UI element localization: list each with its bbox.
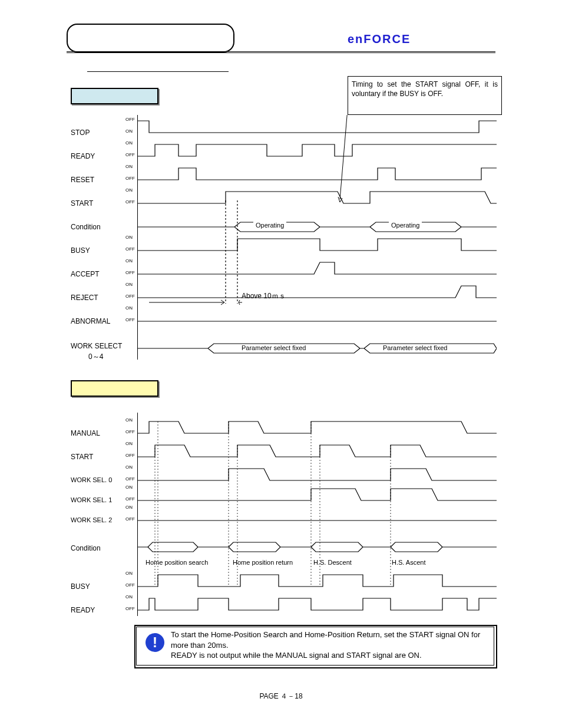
off: OFF bbox=[125, 246, 135, 252]
on: ON bbox=[125, 258, 133, 263]
off: OFF bbox=[125, 152, 135, 157]
on: ON bbox=[125, 571, 133, 576]
on: ON bbox=[125, 129, 133, 134]
on: ON bbox=[125, 140, 133, 146]
operating-2: Operating bbox=[389, 222, 422, 229]
on: ON bbox=[125, 465, 133, 470]
mc3: H.S. Descent bbox=[313, 559, 352, 566]
header-rule bbox=[67, 51, 495, 53]
m-start: START bbox=[71, 453, 93, 461]
param-fixed-1: Parameter select fixed bbox=[242, 344, 306, 351]
brand-logo: enFORCE bbox=[348, 32, 411, 46]
m-ws0: WORK SEL. 0 bbox=[71, 476, 112, 483]
off: OFF bbox=[125, 270, 135, 275]
m-ws2: WORK SEL. 2 bbox=[71, 516, 112, 523]
chart1-svg bbox=[137, 115, 497, 363]
on: ON bbox=[125, 505, 133, 510]
label-worksel-sub: 0～4 bbox=[88, 352, 103, 362]
on: ON bbox=[125, 441, 133, 446]
m-manual: MANUAL bbox=[71, 429, 100, 437]
label-reject: REJECT bbox=[71, 294, 98, 302]
label-stop: STOP bbox=[71, 129, 90, 137]
mc2: Home position return bbox=[233, 559, 293, 566]
on: ON bbox=[125, 485, 133, 490]
on: ON bbox=[125, 417, 133, 423]
header-box bbox=[67, 24, 234, 52]
label-ready: READY bbox=[71, 152, 95, 160]
off: OFF bbox=[125, 476, 135, 482]
on: ON bbox=[125, 282, 133, 287]
section-underline bbox=[87, 71, 229, 72]
on: ON bbox=[125, 305, 133, 311]
label-accept: ACCEPT bbox=[71, 270, 100, 278]
m-cond: Condition bbox=[71, 544, 101, 552]
auto-mode-box bbox=[71, 88, 158, 104]
note-line1: To start the Home-Position Search and Ho… bbox=[171, 630, 480, 650]
chart2-svg bbox=[137, 413, 497, 619]
page-footer: PAGE ４－18 bbox=[0, 691, 562, 701]
operating-1: Operating bbox=[253, 222, 286, 229]
warning-icon: ! bbox=[146, 633, 164, 652]
mc1: Home position search bbox=[146, 559, 208, 566]
label-worksel: WORK SELECT bbox=[71, 342, 122, 350]
m-ws1: WORK SEL. 1 bbox=[71, 496, 112, 503]
param-fixed-2: Parameter select fixed bbox=[383, 344, 447, 351]
m-ready: READY bbox=[71, 606, 95, 614]
mc4: H.S. Ascent bbox=[392, 559, 425, 566]
label-reset: RESET bbox=[71, 176, 94, 184]
on: ON bbox=[125, 594, 133, 599]
label-abnormal: ABNORMAL bbox=[71, 317, 110, 325]
off: OFF bbox=[125, 516, 135, 522]
off: OFF bbox=[125, 453, 135, 458]
on: ON bbox=[125, 187, 133, 193]
svg-text:!: ! bbox=[153, 634, 157, 650]
off: OFF bbox=[125, 582, 135, 588]
callout-box: Timing to set the START signal OFF, it i… bbox=[348, 76, 502, 115]
off: OFF bbox=[125, 117, 135, 122]
above10ms: Above 10ｍｓ bbox=[242, 291, 286, 301]
off: OFF bbox=[125, 606, 135, 611]
label-start: START bbox=[71, 199, 93, 207]
m-busy: BUSY bbox=[71, 582, 90, 591]
off: OFF bbox=[125, 429, 135, 434]
on: ON bbox=[125, 164, 133, 169]
label-busy: BUSY bbox=[71, 246, 90, 255]
off: OFF bbox=[125, 294, 135, 299]
note-text: To start the Home-Position Search and Ho… bbox=[171, 630, 492, 661]
note-line2: READY is not output while the MANUAL sig… bbox=[171, 651, 422, 660]
off: OFF bbox=[125, 199, 135, 205]
on: ON bbox=[125, 235, 133, 240]
off: OFF bbox=[125, 496, 135, 502]
off: OFF bbox=[125, 317, 135, 322]
off: OFF bbox=[125, 176, 135, 181]
manual-mode-box bbox=[71, 380, 158, 397]
label-cond: Condition bbox=[71, 223, 101, 231]
